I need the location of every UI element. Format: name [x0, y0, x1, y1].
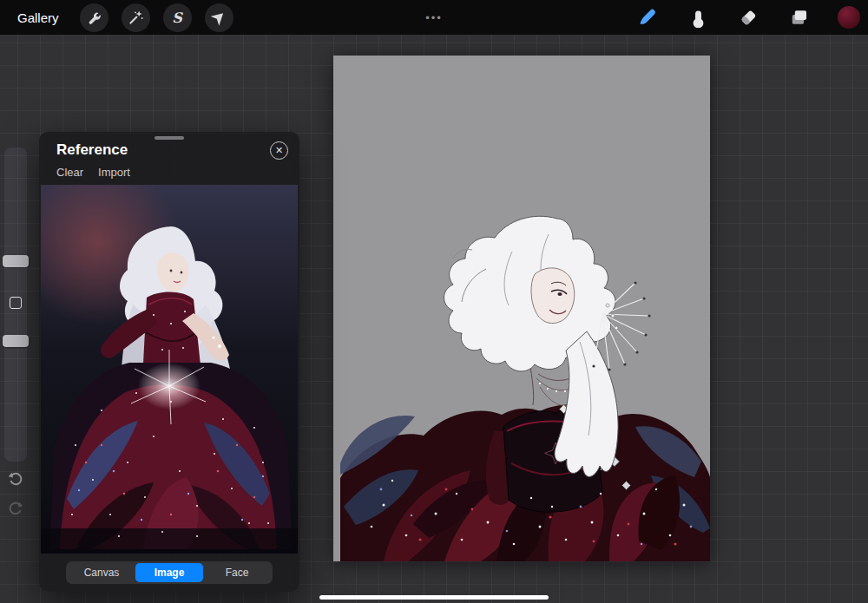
layers-button[interactable]	[787, 6, 810, 29]
color-button[interactable]	[838, 6, 860, 29]
close-button[interactable]: ✕	[270, 141, 288, 160]
redo-button[interactable]	[5, 496, 26, 519]
color-swatch	[838, 6, 860, 29]
top-toolbar: Gallery S	[0, 0, 868, 35]
adjustments-button[interactable]	[122, 3, 150, 32]
procreate-app: Gallery S	[0, 0, 868, 603]
transform-button[interactable]	[205, 3, 233, 32]
drawing-canvas[interactable]	[333, 56, 710, 561]
tab-image[interactable]: Image	[135, 563, 203, 582]
reference-title: Reference	[56, 141, 128, 159]
clear-button[interactable]: Clear	[56, 166, 83, 179]
toolbar-center-group: •••	[425, 0, 443, 35]
smudge-icon	[688, 8, 708, 28]
gallery-button[interactable]: Gallery	[17, 10, 59, 25]
toolbar-left-group: Gallery S	[0, 3, 233, 32]
reference-panel: Reference ✕ Clear Import	[39, 132, 299, 592]
eraser-icon	[738, 7, 759, 28]
reference-tabs: Canvas Image Face	[66, 561, 273, 584]
undo-icon	[7, 469, 24, 487]
erase-tool-button[interactable]	[737, 6, 760, 29]
reference-image[interactable]	[41, 185, 298, 554]
paint-tool-button[interactable]	[636, 6, 659, 29]
toolbar-right-group	[636, 6, 868, 29]
home-indicator[interactable]	[319, 595, 549, 600]
brush-size-slider[interactable]	[3, 255, 29, 267]
selection-button[interactable]: S	[163, 3, 192, 32]
tab-canvas[interactable]: Canvas	[68, 563, 135, 582]
tool-sidebar	[4, 147, 27, 462]
undo-button[interactable]	[5, 467, 26, 489]
redo-icon	[7, 499, 24, 516]
opacity-slider[interactable]	[3, 335, 29, 347]
reference-actions: Clear Import	[56, 166, 130, 179]
wrench-icon	[86, 10, 102, 26]
smudge-tool-button[interactable]	[687, 6, 709, 29]
transform-arrow-icon	[211, 10, 227, 26]
canvas-options-button[interactable]: •••	[425, 11, 443, 24]
actions-button[interactable]	[80, 3, 108, 32]
import-button[interactable]: Import	[98, 166, 130, 179]
layers-icon	[788, 7, 809, 28]
selection-s-icon: S	[172, 10, 182, 26]
panel-drag-handle[interactable]	[155, 136, 184, 140]
magic-wand-icon	[128, 10, 144, 26]
tab-face[interactable]: Face	[203, 563, 271, 582]
modify-button[interactable]	[10, 297, 22, 309]
brush-icon	[637, 7, 658, 28]
